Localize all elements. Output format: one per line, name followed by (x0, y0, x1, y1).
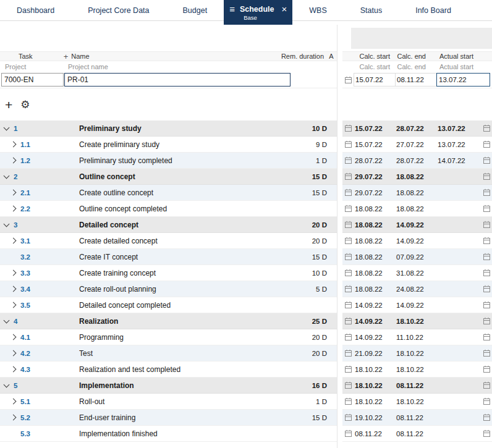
table-row-dates[interactable]: 18.08.22 14.09.22 (342, 233, 492, 249)
calendar-icon[interactable] (342, 237, 354, 245)
calendar-icon[interactable] (481, 140, 492, 148)
expand-chevron-icon[interactable] (4, 221, 10, 227)
calendar-icon[interactable] (481, 317, 492, 325)
table-row[interactable]: 3 Detailed concept 20 D (0, 217, 337, 233)
pane-splitter[interactable] (337, 25, 342, 448)
calendar-icon[interactable] (481, 172, 492, 180)
calendar-icon[interactable] (481, 269, 492, 277)
project-calc-end-field[interactable]: 08.11.22 (395, 73, 437, 87)
calendar-icon[interactable] (342, 349, 354, 357)
calendar-icon[interactable] (481, 397, 492, 405)
calendar-icon[interactable] (342, 188, 354, 197)
expand-chevron-icon[interactable] (11, 206, 17, 212)
close-icon[interactable]: × (281, 4, 287, 14)
table-row-dates[interactable]: 18.08.22 07.09.22 (342, 249, 492, 265)
project-actual-start-field[interactable]: 13.07.22 (436, 73, 490, 87)
expand-chevron-icon[interactable] (11, 158, 17, 164)
calendar-icon[interactable] (342, 76, 354, 84)
table-row[interactable]: 3.3 Create training concept 10 D (0, 265, 337, 281)
calendar-icon[interactable] (342, 156, 354, 164)
table-row[interactable]: 4.2 Test 20 D (0, 345, 337, 361)
expand-chevron-icon[interactable] (11, 399, 17, 405)
table-row[interactable]: 3.4 Create roll-out planning 5 D (0, 281, 337, 297)
settings-button[interactable]: ⚙ (20, 99, 30, 110)
add-column-icon[interactable]: + (64, 53, 69, 61)
tab-info-board[interactable]: Info Board (399, 0, 468, 20)
calendar-icon[interactable] (481, 301, 492, 309)
table-row[interactable]: 3.2 Create IT concept 15 D (0, 249, 337, 265)
table-row-dates[interactable]: 18.08.22 31.08.22 (342, 265, 492, 281)
table-row-dates[interactable]: 18.08.22 24.08.22 (342, 281, 492, 297)
table-row-dates[interactable]: 18.10.22 18.10.22 (342, 394, 492, 410)
table-row-dates[interactable]: 18.10.22 08.11.22 (342, 378, 492, 394)
calendar-icon[interactable] (481, 349, 492, 357)
calendar-icon[interactable] (481, 285, 492, 293)
table-row-dates[interactable]: 28.07.22 28.07.22 14.07.22 (342, 153, 492, 169)
table-row[interactable]: 3.1 Create detailed concept 20 D (0, 233, 337, 249)
expand-chevron-icon[interactable] (4, 382, 10, 388)
table-row-dates[interactable]: 18.08.22 14.09.22 (342, 217, 492, 233)
expand-chevron-icon[interactable] (11, 238, 17, 244)
calendar-icon[interactable] (481, 253, 492, 261)
table-row-dates[interactable]: 14.09.22 14.09.22 (342, 297, 492, 313)
table-row[interactable]: 1.2 Preliminary study completed 1 D (0, 153, 337, 169)
expand-chevron-icon[interactable] (4, 318, 10, 324)
table-row[interactable]: 5 Implementation 16 D (0, 378, 337, 394)
expand-chevron-icon[interactable] (11, 366, 17, 373)
calendar-icon[interactable] (481, 124, 492, 132)
tab-dashboard[interactable]: Dashboard (0, 0, 71, 20)
calendar-icon[interactable] (342, 269, 354, 277)
calendar-icon[interactable] (481, 237, 492, 245)
table-row[interactable]: 5.3 Implementation finished (0, 426, 337, 442)
table-row-dates[interactable]: 15.07.22 27.07.22 13.07.22 (342, 137, 492, 153)
table-row[interactable]: 1 Preliminary study 10 D (0, 120, 337, 137)
calendar-icon[interactable] (481, 205, 492, 213)
calendar-icon[interactable] (481, 156, 492, 164)
tab-wbs[interactable]: WBS (292, 0, 343, 20)
expand-chevron-icon[interactable] (11, 302, 17, 308)
expand-chevron-icon[interactable] (4, 173, 10, 179)
calendar-icon[interactable] (342, 253, 354, 261)
column-header-task[interactable]: Task (19, 53, 33, 60)
table-row[interactable]: 4 Realization 25 D (0, 313, 337, 329)
table-row-dates[interactable]: 18.10.22 18.10.22 (342, 361, 492, 378)
calendar-icon[interactable] (342, 365, 354, 373)
table-row-dates[interactable]: 21.09.22 18.10.22 (342, 345, 492, 361)
calendar-icon[interactable] (342, 333, 354, 341)
table-row-dates[interactable]: 29.07.22 18.08.22 (342, 169, 492, 185)
table-row-dates[interactable]: 29.07.22 18.08.22 (342, 185, 492, 201)
expand-chevron-icon[interactable] (11, 286, 17, 292)
calendar-icon[interactable] (342, 221, 354, 229)
calendar-icon[interactable] (342, 413, 354, 421)
column-header-calc-start[interactable]: Calc. start (354, 53, 395, 60)
table-row[interactable]: 5.1 Roll-out 1 D (0, 394, 337, 410)
calendar-icon[interactable] (342, 172, 354, 180)
table-row-dates[interactable]: 14.09.22 11.10.22 (342, 329, 492, 345)
column-header-name[interactable]: Name (71, 53, 89, 60)
tab-budget[interactable]: Budget (166, 0, 224, 20)
expand-chevron-icon[interactable] (4, 125, 10, 131)
table-row-dates[interactable]: 19.10.22 08.11.22 (342, 410, 492, 426)
tab-status[interactable]: Status (344, 0, 399, 20)
calendar-icon[interactable] (481, 365, 492, 373)
calendar-icon[interactable] (481, 429, 492, 437)
table-row[interactable]: 1.1 Create preliminary study 9 D (0, 137, 337, 153)
calendar-icon[interactable] (342, 429, 354, 437)
column-header-calc-end[interactable]: Calc. end (395, 53, 436, 60)
menu-icon[interactable]: ≡ (229, 4, 235, 14)
calendar-icon[interactable] (342, 317, 354, 325)
project-name-field[interactable]: PR-01 (64, 73, 291, 87)
calendar-icon[interactable] (481, 413, 492, 421)
expand-chevron-icon[interactable] (11, 334, 17, 340)
column-header-a[interactable]: A (328, 53, 335, 60)
calendar-icon[interactable] (481, 333, 492, 341)
column-header-rem-duration[interactable]: Rem. duration (281, 53, 324, 60)
expand-chevron-icon[interactable] (11, 415, 17, 421)
table-row-dates[interactable]: 08.11.22 08.11.22 (342, 426, 492, 442)
tab-project-core-data[interactable]: Project Core Data (71, 0, 166, 20)
calendar-icon[interactable] (342, 301, 354, 309)
expand-chevron-icon[interactable] (11, 350, 17, 357)
calendar-icon[interactable] (342, 124, 354, 132)
table-row[interactable]: 3.5 Detailed concept completed (0, 297, 337, 313)
expand-chevron-icon[interactable] (11, 142, 17, 148)
